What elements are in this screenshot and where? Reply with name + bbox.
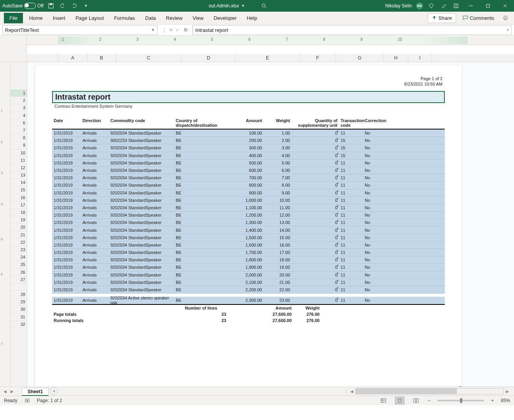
cell-country[interactable]: BE [174,287,228,292]
tab-home[interactable]: Home [25,13,47,23]
cell-amount[interactable]: 1,300.00 [228,220,264,225]
cell-date[interactable]: 1/31/2019 [52,242,81,248]
cell-commodity[interactable]: 9202034 StandardSpeaker [109,198,174,203]
cell-commodity[interactable]: 9202034 StandardSpeaker [109,205,174,210]
cell-commodity[interactable]: 9202034 StandardSpeaker [109,153,174,158]
cell-quantity[interactable]: 0 [292,228,339,233]
tab-developer[interactable]: Developer [210,13,240,23]
row-header[interactable]: 12 [10,164,27,172]
cell-direction[interactable]: Arrivals [81,145,109,150]
cell-commodity[interactable]: 9202034 StandardSpeaker [109,257,174,262]
header-weight[interactable]: Weight [264,118,292,128]
tab-review[interactable]: Review [162,13,187,23]
cell-country[interactable]: BE [174,145,228,150]
cell-commodity[interactable]: 9002233 StandardSpeaker [109,138,174,143]
tab-page-layout[interactable]: Page Layout [72,13,108,23]
cell-correction[interactable]: No [363,250,386,255]
row-header[interactable]: 26 [10,269,27,276]
cell-transaction[interactable]: 11 [339,228,363,233]
cell-direction[interactable]: Arrivals [81,190,109,196]
cell-amount[interactable]: 900.00 [228,190,264,196]
table-row[interactable]: 1/31/2019 Arrivals 9202034 StandardSpeak… [52,144,445,152]
cell-amount[interactable]: 400.00 [228,153,264,158]
header-country[interactable]: Country of dispatch/destination [174,118,228,128]
table-row[interactable]: 1/31/2019 Arrivals 9202034 StandardSpeak… [52,219,445,226]
cell-commodity[interactable]: 9202034 StandardSpeaker [109,280,174,285]
cell-weight[interactable]: 19.00 [264,264,292,270]
row-header[interactable]: 1 [10,89,27,97]
cell-commodity[interactable]: 9202034 StandardSpeaker [109,212,174,218]
row-header[interactable] [10,284,27,291]
cell-quantity[interactable]: 0 [292,298,339,303]
cell-country[interactable]: BE [174,212,228,218]
row-header[interactable]: 22 [10,239,27,246]
cell-weight[interactable]: 17.00 [264,250,292,255]
row-header[interactable]: 11 [10,157,27,164]
cell-amount[interactable]: 2,100.00 [228,280,264,285]
window-mode-icon[interactable] [452,2,460,10]
cell-transaction[interactable]: 11 [339,264,363,270]
cell-direction[interactable]: Arrivals [81,250,109,255]
sheet-tab-active[interactable]: Sheet1 [22,388,49,396]
cell-commodity[interactable]: 9202034 StandardSpeaker [109,250,174,255]
cell-commodity[interactable]: 9202034 StandardSpeaker [109,145,174,150]
page-totals-weight[interactable]: 276.00 [293,312,321,317]
cell-transaction[interactable]: 11 [339,280,363,285]
cell-amount[interactable]: 1,100.00 [228,205,264,210]
cell-weight[interactable]: 15.00 [264,235,292,240]
view-pagelayout-icon[interactable] [395,397,404,404]
cell-correction[interactable]: No [363,198,386,203]
cell-correction[interactable]: No [363,242,386,248]
cell-country[interactable]: BE [174,198,228,203]
cell-weight[interactable]: 16.00 [264,242,292,248]
cell-correction[interactable]: No [363,145,386,150]
name-box[interactable]: ReportTitleText ▼ [2,25,157,35]
column-header[interactable]: C [116,54,182,62]
header-direction[interactable]: Direction [81,118,109,128]
cell-correction[interactable]: No [363,182,386,188]
cell-quantity[interactable]: 0 [292,168,339,173]
cell-direction[interactable]: Arrivals [81,175,109,180]
cell-weight[interactable]: 18.00 [264,257,292,262]
cell-direction[interactable]: Arrivals [81,182,109,188]
running-totals-label[interactable]: Running totals [52,318,174,323]
cell-transaction[interactable]: 11 [339,160,363,166]
row-header[interactable]: 30 [10,306,27,313]
cell-date[interactable]: 1/31/2019 [52,138,81,143]
cell-transaction[interactable]: 11 [339,182,363,188]
cell-correction[interactable]: No [363,264,386,270]
cell-correction[interactable]: No [363,228,386,233]
row-header[interactable]: 20 [10,224,27,231]
column-header[interactable]: I [408,54,432,62]
cell-date[interactable]: 1/31/2019 [52,212,81,218]
cell-date[interactable]: 1/31/2019 [52,190,81,196]
cell-direction[interactable]: Arrivals [81,130,109,136]
cell-country[interactable]: BE [174,138,228,143]
row-header[interactable]: 19 [10,216,27,224]
cell-quantity[interactable]: 0 [292,264,339,270]
cell-transaction[interactable]: 11 [339,235,363,240]
cell-transaction[interactable]: 11 [339,242,363,248]
cell-correction[interactable]: No [363,138,386,143]
cell-transaction[interactable]: 11 [339,168,363,173]
cell-quantity[interactable]: 0 [292,212,339,218]
cell-weight[interactable]: 9.00 [264,190,292,196]
user-name[interactable]: Nikolay Selin [385,3,412,9]
user-avatar[interactable]: NS [416,2,423,9]
cell-transaction[interactable]: 15 [339,153,363,158]
cell-amount[interactable]: 1,400.00 [228,228,264,233]
table-row[interactable]: 1/31/2019 Arrivals 9202034 StandardSpeak… [52,130,445,137]
table-row[interactable]: 1/31/2019 Arrivals 9202034 StandardSpeak… [52,279,445,286]
cell-correction[interactable]: No [363,160,386,166]
cell-correction[interactable]: No [363,298,386,303]
row-header[interactable]: 14 [10,179,27,186]
cell-quantity[interactable]: 0 [292,130,339,136]
running-totals-amount[interactable]: 27,600.00 [228,318,293,323]
cancel-formula-icon[interactable]: ✕ [169,27,173,33]
row-header[interactable]: 3 [10,104,27,112]
row-header[interactable]: 4 [10,112,27,119]
table-row[interactable]: 1/31/2019 Arrivals 9202034 StandardSpeak… [52,204,445,212]
cell-direction[interactable]: Arrivals [81,220,109,225]
totals-header-nlines[interactable]: Number of lines [174,305,228,311]
cell-amount[interactable]: 700.00 [228,175,264,180]
